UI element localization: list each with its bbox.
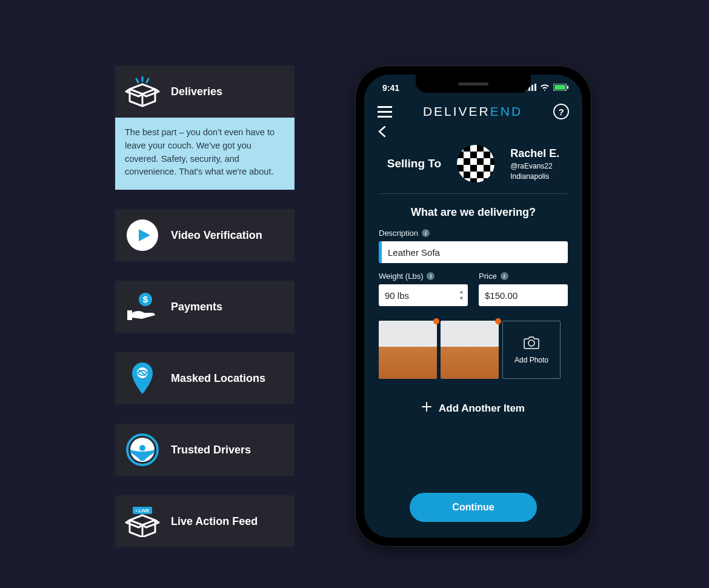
info-icon[interactable]: i <box>427 272 434 280</box>
avatar[interactable] <box>457 145 494 182</box>
svg-text:$: $ <box>143 294 148 304</box>
feature-card-payments[interactable]: $ Payments <box>115 281 295 333</box>
price-label: Price i <box>479 272 568 284</box>
steering-wheel-icon <box>125 432 160 467</box>
feature-card-deliveries[interactable]: Deliveries The best part – you don't eve… <box>115 65 295 190</box>
phone-notch <box>416 75 531 93</box>
plus-icon <box>422 402 431 415</box>
pin-hidden-icon <box>125 361 160 396</box>
help-icon[interactable]: ? <box>553 104 569 119</box>
svg-point-19 <box>528 340 534 346</box>
svg-text:• LIVE: • LIVE <box>136 508 150 513</box>
hand-dollar-icon: $ <box>125 289 160 324</box>
weight-label: Weight (Lbs) i <box>379 272 468 284</box>
description-label: Description i <box>379 229 568 241</box>
info-icon[interactable]: i <box>422 229 430 237</box>
price-input[interactable]: $150.00 <box>479 284 568 306</box>
weight-input[interactable]: 90 lbs ▲ ▼ <box>379 284 468 306</box>
svg-point-9 <box>139 445 145 451</box>
feature-list: Deliveries The best part – you don't eve… <box>115 65 295 547</box>
delivery-form: Description i Leather Sofa Weight (Lbs) … <box>364 229 582 306</box>
camera-icon <box>524 336 539 351</box>
phone-mockup: 9:41 DELIVEREND ? <box>355 65 591 547</box>
feature-card-live-action-feed[interactable]: • LIVE Live Action Feed <box>115 495 295 547</box>
add-another-item-button[interactable]: Add Another Item <box>364 379 582 415</box>
app-header: DELIVEREND ? <box>364 93 582 124</box>
section-title: What are we delivering? <box>364 194 582 229</box>
info-icon[interactable]: i <box>501 272 508 280</box>
feature-label: Masked Locations <box>171 372 265 385</box>
feature-label: Deliveries <box>171 85 222 98</box>
svg-rect-15 <box>534 84 536 91</box>
description-input[interactable]: Leather Sofa <box>379 241 568 263</box>
photo-thumbnail[interactable] <box>379 321 437 379</box>
buyer-handle: @raEvans22 <box>510 161 559 172</box>
box-live-icon: • LIVE <box>125 504 160 539</box>
status-time: 9:41 <box>382 83 399 93</box>
feature-card-trusted-drivers[interactable]: Trusted Drivers <box>115 424 295 476</box>
play-circle-icon <box>125 218 160 253</box>
svg-line-2 <box>147 79 148 82</box>
selling-to-label: Selling To <box>387 157 441 170</box>
svg-rect-14 <box>531 85 533 91</box>
svg-rect-17 <box>554 85 565 90</box>
back-button[interactable] <box>364 124 582 142</box>
app-brand: DELIVEREND <box>423 104 522 119</box>
buyer-name: Rachel E. <box>510 146 559 161</box>
selling-to-section: Selling To Rachel E. @raEvans22 Indianap… <box>364 142 582 193</box>
svg-line-1 <box>136 79 138 82</box>
feature-label: Trusted Drivers <box>171 444 251 456</box>
svg-rect-18 <box>567 86 568 89</box>
box-open-icon <box>125 74 160 109</box>
feature-label: Video Verification <box>171 229 262 242</box>
chevron-up-icon[interactable]: ▲ <box>459 289 464 295</box>
photo-row: Add Photo <box>364 306 582 379</box>
feature-description: The best part – you don't even have to l… <box>115 118 295 190</box>
buyer-city: Indianapolis <box>510 172 559 182</box>
chevron-down-icon[interactable]: ▼ <box>459 296 464 301</box>
feature-card-video-verification[interactable]: Video Verification <box>115 209 295 261</box>
battery-icon <box>553 83 569 93</box>
feature-label: Live Action Feed <box>171 515 258 528</box>
photo-thumbnail[interactable] <box>441 321 499 379</box>
feature-card-masked-locations[interactable]: Masked Locations <box>115 352 295 404</box>
menu-icon[interactable] <box>378 106 392 118</box>
wifi-icon <box>540 83 550 93</box>
continue-button[interactable]: Continue <box>410 493 537 522</box>
feature-label: Payments <box>171 301 222 313</box>
add-photo-button[interactable]: Add Photo <box>502 321 561 379</box>
buyer-info: Rachel E. @raEvans22 Indianapolis <box>510 146 559 182</box>
